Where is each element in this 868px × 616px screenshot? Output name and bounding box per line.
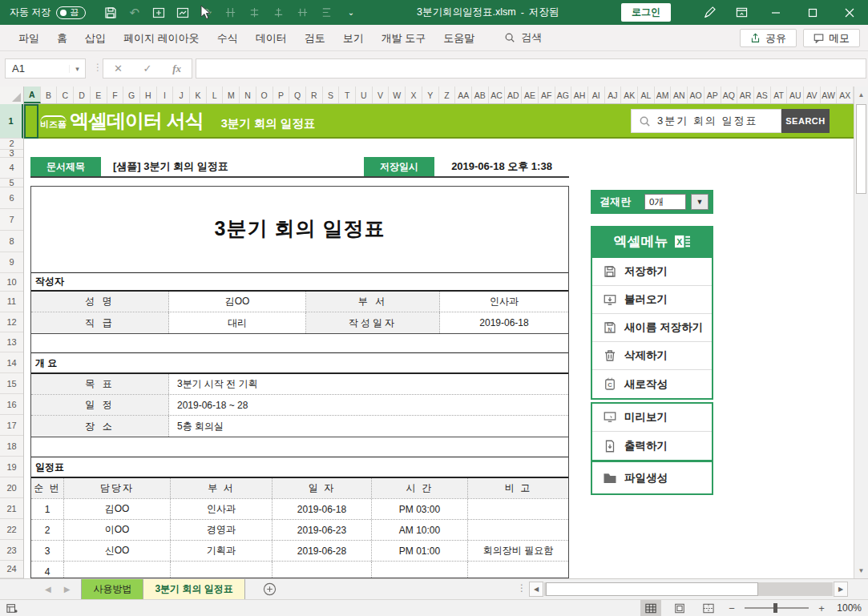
cancel-icon[interactable]: ✕ [107,62,128,74]
column-header[interactable]: Q [289,87,306,103]
column-header[interactable]: AH [571,87,588,103]
column-header[interactable]: R [306,87,323,103]
h-scrollbar-thumb[interactable] [546,582,758,596]
table-cell[interactable]: 4 [31,562,64,578]
table-cell[interactable] [468,562,568,578]
table-cell[interactable]: 부 서 [306,292,440,312]
schedule-section-heading[interactable]: 일정표 [31,457,568,478]
name-box[interactable]: A1 ▾ [5,58,86,79]
column-header[interactable]: AK [621,87,638,103]
row-header[interactable]: 24 [0,561,23,578]
row-header[interactable]: 23 [0,540,23,561]
scroll-right-icon[interactable]: ▶ [834,582,848,597]
zoom-in-icon[interactable]: + [817,602,826,614]
document-title[interactable]: 3분기 회의 일정표 [31,215,568,242]
scroll-left-icon[interactable]: ◀ [529,582,543,597]
row-header[interactable]: 13 [0,332,23,353]
column-header[interactable]: AD [505,87,522,103]
table-cell[interactable]: 성 명 [31,292,169,312]
row-header[interactable]: 14 [0,352,23,373]
banner-search-input[interactable]: 3분기 회의 일정표 [631,109,781,133]
comments-button[interactable]: 메모 [803,29,860,47]
save-icon[interactable] [103,6,117,19]
table-cell[interactable]: 인사과 [440,292,568,312]
row-header[interactable]: 19 [0,457,23,477]
column-header[interactable]: AI [588,87,605,103]
row-header[interactable]: 11 [0,292,23,312]
scroll-up-icon[interactable]: ▲ [854,87,868,103]
column-header[interactable]: AV [804,87,821,103]
column-header[interactable]: AO [688,87,704,103]
table-cell[interactable]: 2019-06-18 [440,312,568,333]
tab-help[interactable]: 도움말 [434,25,483,51]
column-header[interactable]: AL [638,87,655,103]
column-header-cell[interactable]: 부 서 [171,478,273,498]
tab-page-layout[interactable]: 페이지 레이아웃 [115,25,208,51]
table-cell[interactable]: AM 10:00 [372,520,468,540]
column-header[interactable]: AT [771,87,788,103]
align-icon-e[interactable] [320,6,333,19]
add-sheet-icon[interactable] [263,579,277,599]
maximize-button[interactable] [794,0,831,25]
row-header[interactable]: 4 [0,158,23,179]
new-document-menu-item[interactable]: C 새로작성 [592,370,712,398]
table-cell[interactable]: 2019-06-23 [273,520,372,540]
approval-count-select[interactable]: 0개 [644,194,686,210]
table-cell[interactable]: 2019-06-18 [273,499,372,519]
table-cell[interactable]: 2019-06-18 ~ 28 [169,395,568,415]
load-menu-item[interactable]: 불러오기 [592,286,712,314]
table-cell[interactable]: 직 급 [31,312,169,333]
file-create-menu-item[interactable]: 파일생성 [592,462,712,493]
scroll-down-icon[interactable]: ▼ [854,562,868,578]
zoom-slider-thumb[interactable] [773,603,777,613]
tab-insert[interactable]: 삽입 [76,25,115,51]
column-header[interactable]: AJ [605,87,622,103]
doc-title-value[interactable]: [샘플] 3분기 회의 일정표 [101,157,364,176]
table-cell[interactable]: 3 [31,541,64,561]
formula-input[interactable] [196,58,866,79]
table-cell[interactable] [64,562,171,578]
column-header[interactable]: AN [671,87,688,103]
row-header[interactable]: 15 [0,373,23,394]
search-control[interactable]: 검색 [504,30,542,45]
window-view-icon[interactable] [176,6,189,19]
column-header[interactable]: AU [787,87,804,103]
row-header[interactable]: 10 [0,273,23,292]
column-header[interactable]: AP [704,87,721,103]
column-header[interactable]: K [190,87,207,103]
login-button[interactable]: 로그인 [621,3,671,22]
column-header[interactable]: AX [837,87,854,103]
row-header[interactable]: 22 [0,519,23,540]
row-header[interactable]: 7 [0,209,23,231]
normal-view-icon[interactable] [640,600,661,616]
column-header[interactable]: O [256,87,273,103]
row-header[interactable]: 3 [0,150,23,158]
select-all-corner[interactable] [0,87,24,104]
inking-pen-icon[interactable] [693,0,725,25]
row-header[interactable]: 5 [0,179,23,187]
table-cell[interactable]: 신OO [64,541,171,561]
row-header[interactable]: 20 [0,477,23,498]
minimize-button[interactable] [757,0,794,25]
share-button[interactable]: 공유 [740,29,797,47]
column-header[interactable]: AR [737,87,754,103]
column-header-cell[interactable]: 시 간 [372,478,468,498]
row-header[interactable]: 6 [0,187,23,209]
sheet-tab-usage[interactable]: 사용방법 [81,579,143,599]
table-cell[interactable]: 경영과 [171,520,273,540]
table-cell[interactable]: 5층 회의실 [169,416,568,437]
tab-strip-grip-icon[interactable]: ⋮ [517,582,527,594]
page-layout-view-icon[interactable] [669,600,690,616]
column-header[interactable]: AE [522,87,539,103]
align-icon-a[interactable] [224,6,237,19]
row-header[interactable]: 17 [0,415,23,436]
column-header[interactable]: F [107,87,124,103]
row-header[interactable]: 9 [0,252,23,273]
column-header[interactable]: AG [555,87,572,103]
column-header[interactable]: J [173,87,190,103]
column-header-cell[interactable]: 순 번 [31,478,64,498]
column-header[interactable]: AB [472,87,489,103]
table-cell[interactable]: 김OO [64,499,171,519]
column-header[interactable]: M [223,87,240,103]
column-header[interactable]: Z [439,87,456,103]
